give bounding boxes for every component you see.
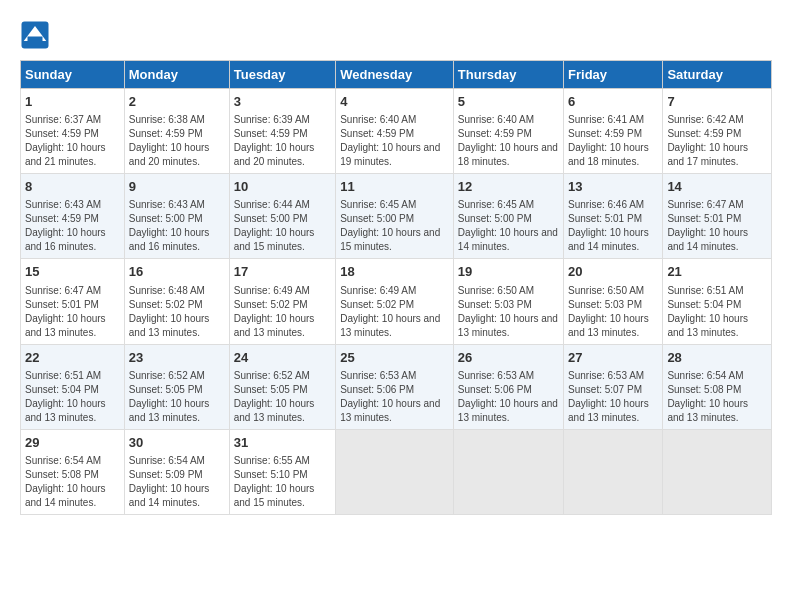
day-info: Sunrise: 6:40 AMSunset: 4:59 PMDaylight:…	[340, 113, 449, 169]
day-number: 23	[129, 349, 225, 367]
header-monday: Monday	[124, 61, 229, 89]
day-number: 11	[340, 178, 449, 196]
day-info: Sunrise: 6:49 AMSunset: 5:02 PMDaylight:…	[340, 284, 449, 340]
calendar-cell: 7Sunrise: 6:42 AMSunset: 4:59 PMDaylight…	[663, 89, 772, 174]
day-info: Sunrise: 6:55 AMSunset: 5:10 PMDaylight:…	[234, 454, 331, 510]
day-info: Sunrise: 6:50 AMSunset: 5:03 PMDaylight:…	[458, 284, 559, 340]
day-number: 18	[340, 263, 449, 281]
day-number: 31	[234, 434, 331, 452]
calendar-week-row: 29Sunrise: 6:54 AMSunset: 5:08 PMDayligh…	[21, 429, 772, 514]
calendar-cell: 12Sunrise: 6:45 AMSunset: 5:00 PMDayligh…	[453, 174, 563, 259]
day-info: Sunrise: 6:54 AMSunset: 5:08 PMDaylight:…	[25, 454, 120, 510]
day-info: Sunrise: 6:41 AMSunset: 4:59 PMDaylight:…	[568, 113, 658, 169]
header-friday: Friday	[564, 61, 663, 89]
day-info: Sunrise: 6:50 AMSunset: 5:03 PMDaylight:…	[568, 284, 658, 340]
calendar-cell: 15Sunrise: 6:47 AMSunset: 5:01 PMDayligh…	[21, 259, 125, 344]
calendar-cell: 1Sunrise: 6:37 AMSunset: 4:59 PMDaylight…	[21, 89, 125, 174]
calendar-week-row: 22Sunrise: 6:51 AMSunset: 5:04 PMDayligh…	[21, 344, 772, 429]
calendar-cell: 20Sunrise: 6:50 AMSunset: 5:03 PMDayligh…	[564, 259, 663, 344]
calendar-cell: 29Sunrise: 6:54 AMSunset: 5:08 PMDayligh…	[21, 429, 125, 514]
day-number: 16	[129, 263, 225, 281]
page-header	[20, 20, 772, 50]
calendar-cell	[336, 429, 454, 514]
day-number: 19	[458, 263, 559, 281]
day-number: 2	[129, 93, 225, 111]
calendar-cell: 31Sunrise: 6:55 AMSunset: 5:10 PMDayligh…	[229, 429, 335, 514]
calendar-cell: 4Sunrise: 6:40 AMSunset: 4:59 PMDaylight…	[336, 89, 454, 174]
day-info: Sunrise: 6:44 AMSunset: 5:00 PMDaylight:…	[234, 198, 331, 254]
calendar-cell: 28Sunrise: 6:54 AMSunset: 5:08 PMDayligh…	[663, 344, 772, 429]
calendar-week-row: 8Sunrise: 6:43 AMSunset: 4:59 PMDaylight…	[21, 174, 772, 259]
day-info: Sunrise: 6:54 AMSunset: 5:08 PMDaylight:…	[667, 369, 767, 425]
calendar-cell: 3Sunrise: 6:39 AMSunset: 4:59 PMDaylight…	[229, 89, 335, 174]
calendar-cell	[453, 429, 563, 514]
day-info: Sunrise: 6:53 AMSunset: 5:06 PMDaylight:…	[340, 369, 449, 425]
day-number: 6	[568, 93, 658, 111]
day-number: 28	[667, 349, 767, 367]
calendar-cell: 24Sunrise: 6:52 AMSunset: 5:05 PMDayligh…	[229, 344, 335, 429]
day-info: Sunrise: 6:43 AMSunset: 4:59 PMDaylight:…	[25, 198, 120, 254]
day-number: 17	[234, 263, 331, 281]
day-info: Sunrise: 6:47 AMSunset: 5:01 PMDaylight:…	[667, 198, 767, 254]
day-number: 4	[340, 93, 449, 111]
day-info: Sunrise: 6:45 AMSunset: 5:00 PMDaylight:…	[340, 198, 449, 254]
header-saturday: Saturday	[663, 61, 772, 89]
day-number: 26	[458, 349, 559, 367]
day-number: 7	[667, 93, 767, 111]
day-number: 5	[458, 93, 559, 111]
day-info: Sunrise: 6:40 AMSunset: 4:59 PMDaylight:…	[458, 113, 559, 169]
header-sunday: Sunday	[21, 61, 125, 89]
calendar-cell: 16Sunrise: 6:48 AMSunset: 5:02 PMDayligh…	[124, 259, 229, 344]
calendar-cell: 13Sunrise: 6:46 AMSunset: 5:01 PMDayligh…	[564, 174, 663, 259]
day-info: Sunrise: 6:38 AMSunset: 4:59 PMDaylight:…	[129, 113, 225, 169]
day-info: Sunrise: 6:51 AMSunset: 5:04 PMDaylight:…	[667, 284, 767, 340]
header-thursday: Thursday	[453, 61, 563, 89]
calendar-cell: 22Sunrise: 6:51 AMSunset: 5:04 PMDayligh…	[21, 344, 125, 429]
day-info: Sunrise: 6:53 AMSunset: 5:06 PMDaylight:…	[458, 369, 559, 425]
day-number: 1	[25, 93, 120, 111]
calendar-cell: 5Sunrise: 6:40 AMSunset: 4:59 PMDaylight…	[453, 89, 563, 174]
day-info: Sunrise: 6:47 AMSunset: 5:01 PMDaylight:…	[25, 284, 120, 340]
day-info: Sunrise: 6:54 AMSunset: 5:09 PMDaylight:…	[129, 454, 225, 510]
day-number: 29	[25, 434, 120, 452]
day-number: 25	[340, 349, 449, 367]
calendar-cell: 26Sunrise: 6:53 AMSunset: 5:06 PMDayligh…	[453, 344, 563, 429]
day-info: Sunrise: 6:48 AMSunset: 5:02 PMDaylight:…	[129, 284, 225, 340]
calendar-cell: 19Sunrise: 6:50 AMSunset: 5:03 PMDayligh…	[453, 259, 563, 344]
calendar-week-row: 15Sunrise: 6:47 AMSunset: 5:01 PMDayligh…	[21, 259, 772, 344]
calendar-cell: 21Sunrise: 6:51 AMSunset: 5:04 PMDayligh…	[663, 259, 772, 344]
day-info: Sunrise: 6:46 AMSunset: 5:01 PMDaylight:…	[568, 198, 658, 254]
calendar-header-row: SundayMondayTuesdayWednesdayThursdayFrid…	[21, 61, 772, 89]
calendar-cell: 14Sunrise: 6:47 AMSunset: 5:01 PMDayligh…	[663, 174, 772, 259]
calendar-cell: 30Sunrise: 6:54 AMSunset: 5:09 PMDayligh…	[124, 429, 229, 514]
day-number: 30	[129, 434, 225, 452]
day-number: 9	[129, 178, 225, 196]
calendar-week-row: 1Sunrise: 6:37 AMSunset: 4:59 PMDaylight…	[21, 89, 772, 174]
day-number: 20	[568, 263, 658, 281]
header-tuesday: Tuesday	[229, 61, 335, 89]
day-number: 13	[568, 178, 658, 196]
day-number: 10	[234, 178, 331, 196]
calendar-cell	[564, 429, 663, 514]
calendar-cell	[663, 429, 772, 514]
calendar-cell: 27Sunrise: 6:53 AMSunset: 5:07 PMDayligh…	[564, 344, 663, 429]
day-info: Sunrise: 6:52 AMSunset: 5:05 PMDaylight:…	[234, 369, 331, 425]
calendar-cell: 18Sunrise: 6:49 AMSunset: 5:02 PMDayligh…	[336, 259, 454, 344]
day-number: 15	[25, 263, 120, 281]
svg-rect-2	[28, 37, 43, 45]
logo	[20, 20, 52, 50]
day-number: 24	[234, 349, 331, 367]
calendar-cell: 10Sunrise: 6:44 AMSunset: 5:00 PMDayligh…	[229, 174, 335, 259]
day-info: Sunrise: 6:43 AMSunset: 5:00 PMDaylight:…	[129, 198, 225, 254]
day-number: 3	[234, 93, 331, 111]
day-number: 22	[25, 349, 120, 367]
logo-icon	[20, 20, 50, 50]
day-info: Sunrise: 6:52 AMSunset: 5:05 PMDaylight:…	[129, 369, 225, 425]
day-info: Sunrise: 6:42 AMSunset: 4:59 PMDaylight:…	[667, 113, 767, 169]
calendar-cell: 23Sunrise: 6:52 AMSunset: 5:05 PMDayligh…	[124, 344, 229, 429]
day-info: Sunrise: 6:39 AMSunset: 4:59 PMDaylight:…	[234, 113, 331, 169]
day-info: Sunrise: 6:45 AMSunset: 5:00 PMDaylight:…	[458, 198, 559, 254]
calendar-cell: 25Sunrise: 6:53 AMSunset: 5:06 PMDayligh…	[336, 344, 454, 429]
day-info: Sunrise: 6:51 AMSunset: 5:04 PMDaylight:…	[25, 369, 120, 425]
calendar-table: SundayMondayTuesdayWednesdayThursdayFrid…	[20, 60, 772, 515]
